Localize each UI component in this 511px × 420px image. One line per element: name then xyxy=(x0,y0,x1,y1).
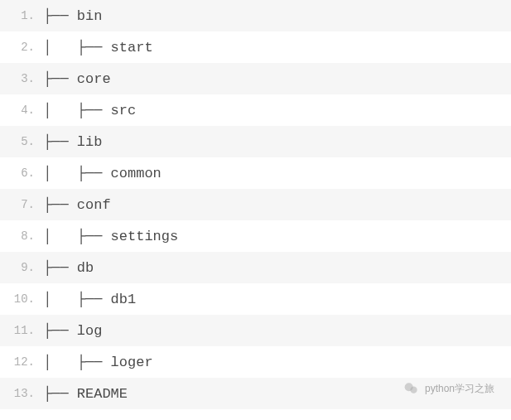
line-number: 10. xyxy=(0,292,40,306)
line-content: ├── conf xyxy=(40,197,111,213)
line-content: ├── bin xyxy=(40,8,102,24)
line-number: 1. xyxy=(0,9,40,22)
line-content: ├── core xyxy=(40,71,111,87)
code-line: 12. │ ├── loger xyxy=(0,346,511,378)
code-line: 2. │ ├── start xyxy=(0,31,511,63)
code-line: 8. │ ├── settings xyxy=(0,220,511,252)
line-number: 7. xyxy=(0,198,40,211)
line-number: 2. xyxy=(0,41,40,54)
line-content: │ ├── src xyxy=(40,103,136,118)
line-number: 11. xyxy=(0,324,40,337)
code-line: 9. ├── db xyxy=(0,252,511,283)
watermark-text: python学习之旅 xyxy=(425,382,494,396)
line-content: │ ├── start xyxy=(40,40,153,56)
line-content: ├── log xyxy=(40,323,102,339)
code-line: 5. ├── lib xyxy=(0,126,511,157)
line-number: 8. xyxy=(0,229,40,243)
line-number: 12. xyxy=(0,355,40,369)
code-line: 11. ├── log xyxy=(0,315,511,346)
line-number: 13. xyxy=(0,387,40,400)
line-content: │ ├── loger xyxy=(40,355,153,370)
line-content: │ ├── db1 xyxy=(40,292,136,307)
svg-point-1 xyxy=(410,387,417,393)
code-line: 7. ├── conf xyxy=(0,189,511,220)
watermark: python学习之旅 xyxy=(403,380,494,397)
code-line: 3. ├── core xyxy=(0,63,511,94)
code-line: 10. │ ├── db1 xyxy=(0,283,511,315)
line-number: 6. xyxy=(0,167,40,180)
wechat-icon xyxy=(403,380,420,397)
line-content: ├── db xyxy=(40,260,94,276)
code-line: 1. ├── bin xyxy=(0,0,511,31)
code-line: 6. │ ├── common xyxy=(0,157,511,189)
line-content: │ ├── common xyxy=(40,166,161,181)
code-block: 1. ├── bin 2. │ ├── start 3. ├── core 4.… xyxy=(0,0,511,409)
line-content: ├── README xyxy=(40,386,128,402)
line-number: 5. xyxy=(0,135,40,148)
line-content: │ ├── settings xyxy=(40,229,178,244)
line-number: 3. xyxy=(0,72,40,85)
line-number: 9. xyxy=(0,261,40,274)
line-number: 4. xyxy=(0,104,40,117)
code-line: 4. │ ├── src xyxy=(0,94,511,126)
line-content: ├── lib xyxy=(40,134,102,150)
